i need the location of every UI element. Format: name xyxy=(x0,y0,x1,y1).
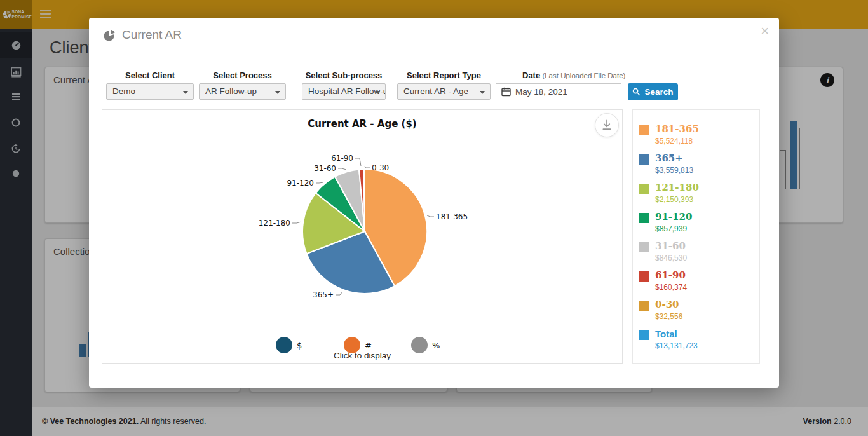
legend-label: Total xyxy=(655,329,698,339)
legend-value: $846,530 xyxy=(655,254,687,262)
legend-swatch xyxy=(639,125,649,135)
close-icon[interactable]: × xyxy=(761,24,769,38)
legend-item-91-120[interactable]: 91-120$857,939 xyxy=(639,212,759,233)
legend-label: 181-365 xyxy=(655,124,699,135)
toggle-symbol: % xyxy=(432,341,440,350)
date-input[interactable]: May 18, 2021 xyxy=(496,83,621,100)
legend-item-365+[interactable]: 365+$3,559,813 xyxy=(639,153,759,175)
legend-value: $3,559,813 xyxy=(655,166,693,175)
client-select[interactable]: Demo xyxy=(106,83,194,100)
legend-item-61-90[interactable]: 61-90$160,374 xyxy=(639,270,759,292)
filter-date: Date (Last Uploaded File Date) May 18, 2… xyxy=(496,71,621,100)
legend-value: $857,939 xyxy=(655,224,692,233)
chart-panel: Current AR - Age ($) 181-365365+121-1809… xyxy=(102,109,623,364)
legend-item-31-60[interactable]: 31-60$846,530 xyxy=(639,241,759,262)
chart-legend: 181-365$5,524,118365+$3,559,813121-180$2… xyxy=(632,109,760,364)
legend-swatch xyxy=(639,271,649,282)
legend-value: $5,524,118 xyxy=(655,137,699,146)
legend-swatch xyxy=(639,213,649,223)
pie-chart-icon xyxy=(103,29,116,42)
filter-subprocess: Select Sub-process Hospital AR Follow-u xyxy=(302,71,386,100)
legend-label: 91-120 xyxy=(655,212,692,222)
filter-label: Select Process xyxy=(199,71,286,79)
legend-label: 121-180 xyxy=(655,182,699,193)
legend-label: 365+ xyxy=(655,153,693,164)
modal-title: Current AR xyxy=(122,28,182,42)
pie-label: 365+ xyxy=(313,290,334,299)
legend-swatch xyxy=(639,184,649,194)
modal-header: Current AR × xyxy=(89,18,779,53)
legend-item-121-180[interactable]: 121-180$2,150,393 xyxy=(639,182,759,204)
pie-chart: 181-365365+121-18091-12031-6061-900-30 xyxy=(102,110,622,363)
legend-value: $32,556 xyxy=(655,312,682,321)
legend-value: $2,150,393 xyxy=(655,195,699,204)
chevron-down-icon xyxy=(375,91,380,94)
pie-label-line xyxy=(364,167,370,168)
chevron-down-icon xyxy=(480,91,485,94)
search-icon xyxy=(632,88,641,96)
chevron-down-icon xyxy=(183,91,188,94)
legend-swatch xyxy=(639,242,649,252)
pie-label: 31-60 xyxy=(314,164,336,173)
filter-client: Select Client Demo xyxy=(106,71,194,100)
calendar-icon xyxy=(501,87,511,97)
legend-value: $160,374 xyxy=(655,283,687,292)
legend-swatch xyxy=(639,154,649,165)
pie-label-line xyxy=(292,222,301,223)
filter-process: Select Process AR Follow-up xyxy=(199,71,286,100)
pie-label: 0-30 xyxy=(372,163,389,172)
subprocess-select[interactable]: Hospital AR Follow-u xyxy=(302,83,386,100)
pie-label-line xyxy=(336,292,342,295)
app-root: SONA PROMISE xyxy=(0,0,868,436)
date-label: Date (Last Uploaded File Date) xyxy=(496,71,621,79)
pie-label: 61-90 xyxy=(331,154,353,163)
chevron-down-icon xyxy=(275,91,280,94)
legend-label: 31-60 xyxy=(655,241,687,252)
filter-label: Select Sub-process xyxy=(302,71,386,79)
legend-item-181-365[interactable]: 181-365$5,524,118 xyxy=(639,124,759,146)
search-button[interactable]: Search xyxy=(628,83,678,100)
filter-search: Search xyxy=(628,71,678,100)
legend-value: $13,131,723 xyxy=(655,341,698,350)
legend-swatch xyxy=(639,330,649,340)
toggle-symbol: $ xyxy=(297,341,302,350)
current-ar-modal: Current AR × Select Client Demo Select P… xyxy=(89,18,779,388)
pie-label: 181-365 xyxy=(436,212,468,221)
filter-report-type: Select Report Type Current AR - Age xyxy=(397,71,491,100)
legend-item-Total[interactable]: Total$13,131,723 xyxy=(639,329,759,350)
pie-label-line xyxy=(427,215,434,217)
pie-label-line xyxy=(355,158,361,166)
legend-swatch xyxy=(639,301,649,311)
toggle-hint: Click to display xyxy=(102,351,622,360)
legend-item-0-30[interactable]: 0-30$32,556 xyxy=(639,299,759,321)
filter-label: Select Client xyxy=(106,71,194,79)
pie-label-line xyxy=(338,168,346,170)
pie-label-line xyxy=(316,182,323,183)
filter-label: Select Report Type xyxy=(397,71,491,79)
legend-label: 61-90 xyxy=(655,270,687,281)
report-type-select[interactable]: Current AR - Age xyxy=(397,83,491,100)
process-select[interactable]: AR Follow-up xyxy=(199,83,286,100)
legend-label: 0-30 xyxy=(655,299,682,310)
pie-label: 121-180 xyxy=(259,219,290,228)
pie-label: 91-120 xyxy=(287,179,314,187)
toggle-symbol: # xyxy=(365,341,372,350)
